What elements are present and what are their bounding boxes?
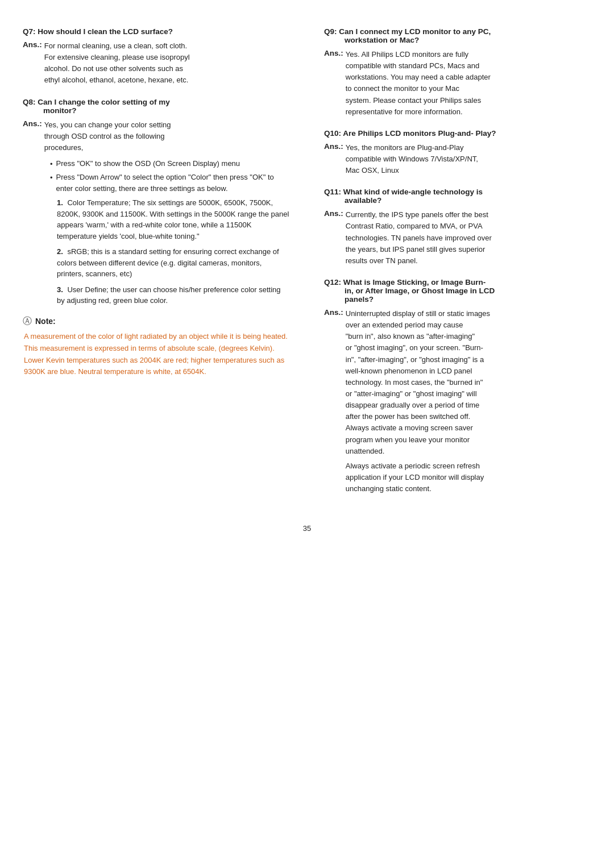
- q11-l1: Currently, the IPS type panels offer the…: [346, 209, 492, 221]
- q11-answer-label: Ans.:: [324, 209, 343, 218]
- q9-l1: Yes. All Philips LCD monitors are fully: [346, 49, 491, 60]
- q12-l16: unchanging static content.: [346, 483, 490, 495]
- bullet-1: • Press "OK" to show the OSD (On Screen …: [50, 158, 290, 170]
- bullet-text-1: Press "OK" to show the OSD (On Screen Di…: [56, 158, 240, 170]
- num-text-3: User Define; the user can choose his/her…: [57, 285, 281, 305]
- q10-question: Q10: Are Philips LCD monitors Plug-and- …: [324, 129, 591, 138]
- q11-question: Q11: What kind of wide-angle technology …: [324, 188, 591, 205]
- q11-l4: the years, but IPS panel still gives sup…: [346, 244, 492, 255]
- q10-l1: Yes, the monitors are Plug-and-Play: [346, 142, 478, 153]
- q7-line-3: alcohol. Do not use other solvents such …: [44, 63, 190, 74]
- q9-question: Q9: Can I connect my LCD monitor to any …: [324, 27, 591, 44]
- note-text: A measurement of the color of light radi…: [24, 331, 290, 378]
- q10-text: Yes, the monitors are Plug-and-Play comp…: [346, 142, 478, 176]
- q11-l3: technologies. TN panels have improved ov…: [346, 232, 492, 244]
- q11-block: Q11: What kind of wide-angle technology …: [324, 188, 591, 267]
- q12-text: Uninterrupted display of still or static…: [346, 308, 490, 495]
- right-column: Q9: Can I connect my LCD monitor to any …: [318, 17, 591, 501]
- q7-question: Q7: How should I clean the LCD surface?: [23, 27, 290, 36]
- q10-block: Q10: Are Philips LCD monitors Plug-and- …: [324, 129, 591, 176]
- q9-l4: to connect the monitor to your Mac: [346, 83, 491, 94]
- numbered-1: 1. Color Temperature; The six settings a…: [57, 197, 290, 242]
- q12-l5: in", "after-imaging", or "ghost imaging"…: [346, 354, 490, 366]
- q12-l9: disappear gradually over a period of tim…: [346, 400, 490, 411]
- q7-block: Q7: How should I clean the LCD surface? …: [23, 27, 290, 86]
- numbered-3: 3. User Define; the user can choose his/…: [57, 284, 290, 306]
- q12-question: Q12: What is Image Sticking, or Image Bu…: [324, 278, 591, 304]
- q7-line-4: ethyl alcohol, ethanol, acetone, hexane,…: [44, 74, 190, 86]
- q12-l7: technology. In most cases, the "burned i…: [346, 377, 490, 388]
- note-label: Note:: [35, 317, 56, 326]
- q12-l3: "burn in", also known as "after-imaging": [346, 331, 490, 342]
- bullet-text-2: Press "Down Arrow" to select the option …: [56, 172, 290, 194]
- q7-answer-label: Ans.:: [23, 40, 42, 49]
- num-3: 3.: [57, 285, 63, 294]
- q8-intro-3: procedures,: [44, 142, 171, 153]
- bullet-dot-2: •: [50, 172, 53, 194]
- q11-l2: Contrast Ratio, compared to MVA, or PVA: [346, 221, 492, 232]
- bullet-2: • Press "Down Arrow" to select the optio…: [50, 172, 290, 194]
- q7-answer-text: For normal cleaning, use a clean, soft c…: [44, 40, 190, 86]
- q11-l5: results over TN panel.: [346, 255, 492, 267]
- q12-l13: unattended.: [346, 446, 490, 457]
- q9-l6: representative for more information.: [346, 106, 491, 118]
- q12-l2: over an extended period may cause: [346, 319, 490, 331]
- q8-answer-intro: Yes, you can change your color setting t…: [44, 119, 171, 153]
- q10-answer-label: Ans.:: [324, 142, 343, 151]
- q9-text: Yes. All Philips LCD monitors are fully …: [346, 49, 491, 118]
- num-text-1: Color Temperature; The six settings are …: [57, 198, 289, 240]
- q12-l11: Always activate a moving screen saver: [346, 422, 490, 434]
- q12-l1: Uninterrupted display of still or static…: [346, 308, 490, 319]
- q7-line-1: For normal cleaning, use a clean, soft c…: [44, 40, 190, 52]
- q12-l12: program when you leave your monitor: [346, 434, 490, 446]
- q9-answer-label: Ans.:: [324, 49, 343, 57]
- q9-l5: system. Please contact your Philips sale…: [346, 95, 491, 106]
- num-1: 1.: [57, 198, 63, 207]
- q8-numbered: 1. Color Temperature; The six settings a…: [57, 197, 290, 306]
- num-2: 2.: [57, 247, 63, 256]
- num-text-2: sRGB; this is a standard setting for ens…: [57, 247, 279, 278]
- q8-answer: Ans.: Yes, you can change your color set…: [23, 119, 290, 153]
- q12-l14: Always activate a periodic screen refres…: [346, 460, 490, 472]
- q8-intro-2: through OSD control as the following: [44, 131, 171, 142]
- q8-bullets: • Press "OK" to show the OSD (On Screen …: [50, 158, 290, 194]
- q7-line-2: For extensive cleaning, please use isopr…: [44, 52, 190, 63]
- q8-block: Q8: Can I change the color setting of my…: [23, 98, 290, 306]
- q12-answer-label: Ans.:: [324, 308, 343, 317]
- page-number: 35: [23, 524, 591, 533]
- q9-l3: workstations. You may need a cable adapt…: [346, 72, 491, 83]
- q9-answer: Ans.: Yes. All Philips LCD monitors are …: [324, 49, 591, 118]
- q10-answer: Ans.: Yes, the monitors are Plug-and-Pla…: [324, 142, 591, 176]
- q9-l2: compatible with standard PCs, Macs and: [346, 60, 491, 72]
- left-column: Q7: How should I clean the LCD surface? …: [23, 17, 296, 501]
- note-section: Ⓐ Note: A measurement of the color of li…: [23, 315, 290, 378]
- note-icon: Ⓐ: [23, 315, 32, 327]
- q11-text: Currently, the IPS type panels offer the…: [346, 209, 492, 267]
- q12-block: Q12: What is Image Sticking, or Image Bu…: [324, 278, 591, 495]
- q12-l6: well-known phenomenon in LCD panel: [346, 366, 490, 377]
- q8-intro-1: Yes, you can change your color setting: [44, 119, 171, 131]
- q12-l8: or "atter-imaging" or "ghost imaging" wi…: [346, 388, 490, 400]
- q12-l4: or "ghost imaging", on your screen. "Bur…: [346, 342, 490, 354]
- q8-answer-label: Ans.:: [23, 119, 42, 128]
- q7-answer: Ans.: For normal cleaning, use a clean, …: [23, 40, 290, 86]
- q12-answer: Ans.: Uninterrupted display of still or …: [324, 308, 591, 495]
- numbered-2: 2. sRGB; this is a standard setting for …: [57, 246, 290, 280]
- note-header: Ⓐ Note:: [23, 315, 290, 327]
- q11-answer: Ans.: Currently, the IPS type panels off…: [324, 209, 591, 267]
- q9-block: Q9: Can I connect my LCD monitor to any …: [324, 27, 591, 118]
- q10-l3: Mac OSX, Linux: [346, 165, 478, 176]
- bullet-dot-1: •: [50, 159, 53, 170]
- q10-l2: compatible with Windows 7/Vista/XP/NT,: [346, 153, 478, 165]
- q12-l15: application if your LCD monitor will dis…: [346, 472, 490, 483]
- q12-l10: after the power has been switched off.: [346, 411, 490, 422]
- q8-question: Q8: Can I change the color setting of my…: [23, 98, 290, 115]
